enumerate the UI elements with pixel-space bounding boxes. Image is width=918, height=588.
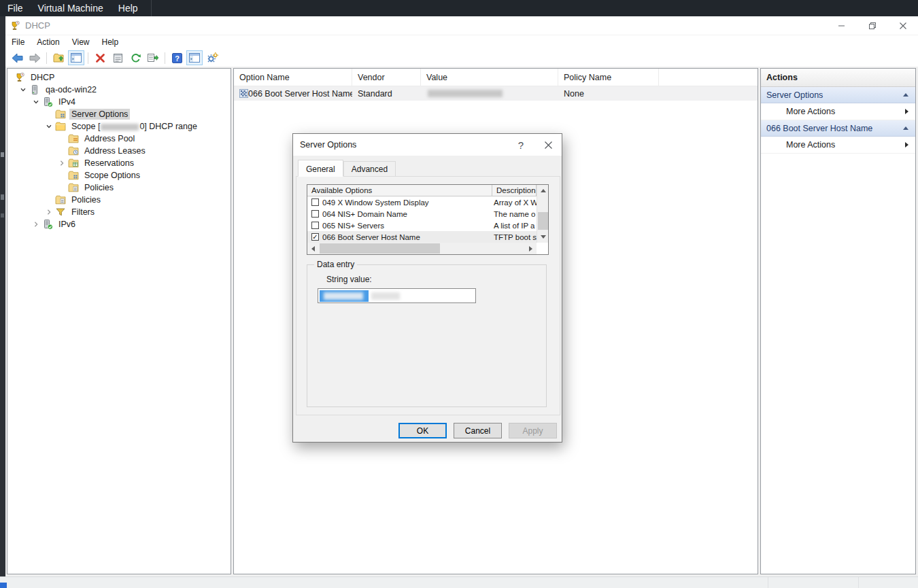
horizontal-scrollbar-thumb[interactable]	[320, 243, 440, 254]
menu-view[interactable]: View	[66, 35, 96, 49]
action-item-more-actions[interactable]: More Actions	[761, 137, 915, 154]
export-list-icon	[148, 53, 158, 63]
option-checkbox[interactable]	[311, 198, 319, 206]
forward-arrow-icon	[29, 53, 41, 63]
policies-icon	[68, 182, 79, 193]
horizontal-scrollbar[interactable]	[307, 243, 537, 254]
console-window-icon	[189, 53, 200, 63]
server-options-dialog: Server Options ? GeneralAdvanced Availab…	[292, 133, 562, 443]
tree-item-policies[interactable]: Policies	[56, 181, 231, 194]
column-header-value[interactable]: Value	[421, 69, 558, 86]
dhcp-trophy-icon	[14, 72, 25, 83]
back-button[interactable]	[9, 50, 25, 65]
option-row[interactable]: 066 Boot Server Host NameStandardNone	[234, 86, 758, 101]
mmc-toolbar: ?	[5, 49, 918, 67]
tree-expander-closed[interactable]	[43, 206, 55, 218]
actions-section-server-options[interactable]: Server Options	[761, 87, 915, 103]
tree-item-address-leases[interactable]: Address Leases	[56, 145, 231, 157]
forward-button[interactable]	[27, 50, 43, 65]
tree-item-reservations[interactable]: Reservations	[56, 157, 231, 169]
tree-expander-closed[interactable]	[30, 218, 42, 230]
option-name-cell: 066 Boot Server Host Name	[234, 86, 352, 101]
delete-button[interactable]	[92, 50, 108, 65]
scroll-down-button[interactable]	[537, 231, 549, 243]
available-options-column-header[interactable]: Available Options	[307, 185, 492, 196]
results-column-headers: Option NameVendorValuePolicy Name	[234, 69, 758, 86]
apply-button[interactable]: Apply	[509, 423, 557, 438]
available-option-row[interactable]: ✓066 Boot Server Host NameTFTP boot s	[307, 231, 537, 243]
vm-menubar: FileVirtual MachineHelp	[0, 0, 918, 16]
string-value-input[interactable]	[318, 288, 476, 303]
redacted-value	[428, 90, 503, 97]
menu-action[interactable]: Action	[31, 35, 65, 49]
column-header-option-name[interactable]: Option Name	[234, 69, 352, 86]
up-one-level-button[interactable]	[50, 50, 67, 65]
vm-menubar-separator	[151, 0, 152, 16]
vm-menu-file[interactable]: File	[0, 0, 31, 16]
cancel-button[interactable]: Cancel	[454, 423, 502, 438]
tree-item-ipv6[interactable]: IPv6	[30, 218, 231, 230]
menu-help[interactable]: Help	[96, 35, 125, 49]
tree-item-server-options[interactable]: Server Options	[43, 108, 231, 120]
ok-button[interactable]: OK	[398, 423, 447, 438]
help-button[interactable]: ?	[169, 50, 185, 65]
action-item-more-actions[interactable]: More Actions	[761, 103, 915, 120]
services-button[interactable]	[204, 50, 220, 65]
available-option-description: A list of IP a	[492, 222, 537, 230]
tree-expander-open[interactable]	[17, 84, 29, 96]
description-column-header[interactable]: Description	[492, 185, 537, 196]
tree-item-scope-options[interactable]: Scope Options	[56, 169, 231, 181]
vm-menu-virtual-machine[interactable]: Virtual Machine	[31, 0, 111, 16]
tab-advanced[interactable]: Advanced	[343, 161, 396, 177]
console-tree-pane: DHCPqa-odc-win22IPv4Server OptionsScope …	[7, 68, 231, 574]
edge-mark	[1, 152, 4, 157]
tree-item-address-pool[interactable]: Address Pool	[56, 133, 231, 145]
show-console-tree-button[interactable]	[68, 50, 84, 65]
tree-item-label: IPv6	[56, 219, 78, 230]
menu-file[interactable]: File	[5, 35, 31, 49]
vm-menu-help[interactable]: Help	[111, 0, 146, 16]
available-option-row[interactable]: 064 NIS+ Domain NameThe name o	[307, 208, 537, 220]
available-option-row[interactable]: 049 X Window System DisplayArray of X W	[307, 196, 537, 208]
vertical-scrollbar-thumb[interactable]	[538, 212, 548, 230]
status-separator	[768, 577, 768, 588]
actions-pane-title: Actions	[761, 69, 915, 87]
tree-expander-open[interactable]	[30, 96, 42, 108]
refresh-button[interactable]	[127, 50, 143, 65]
tree-item-dhcp[interactable]: DHCP	[14, 71, 231, 84]
restore-button[interactable]	[857, 16, 887, 35]
tree-expander-closed[interactable]	[56, 157, 68, 169]
tree-item-scope[interactable]: Scope [0] DHCP range	[43, 120, 231, 133]
dialog-help-button[interactable]: ?	[507, 134, 534, 156]
show-action-pane-button[interactable]	[186, 50, 203, 65]
tree-item-qa-odc-win22[interactable]: qa-odc-win22	[17, 84, 231, 96]
actions-section-066-boot-server-host-name[interactable]: 066 Boot Server Host Name	[761, 120, 915, 137]
scroll-up-button[interactable]	[537, 185, 549, 196]
actions-pane: Actions Server OptionsMore Actions066 Bo…	[760, 68, 916, 574]
column-header-vendor[interactable]: Vendor	[352, 69, 421, 86]
dialog-title: Server Options	[300, 140, 356, 150]
available-option-row[interactable]: 065 NIS+ ServersA list of IP a	[307, 220, 537, 231]
dialog-close-button[interactable]	[534, 134, 562, 156]
option-checkbox[interactable]	[311, 210, 319, 218]
column-header-policy-name[interactable]: Policy Name	[558, 69, 659, 86]
tree-item-filters[interactable]: Filters	[43, 206, 231, 218]
mmc-menubar: FileActionViewHelp	[5, 35, 918, 49]
option-checkbox[interactable]	[311, 222, 319, 229]
close-button[interactable]	[887, 16, 918, 35]
tree-item-policies[interactable]: Policies	[43, 194, 231, 206]
option-checkbox[interactable]: ✓	[311, 233, 319, 241]
scroll-left-button[interactable]	[307, 243, 319, 254]
export-list-button[interactable]	[145, 50, 161, 65]
minimize-button[interactable]	[826, 16, 857, 35]
filters-icon	[55, 207, 66, 218]
vertical-scrollbar[interactable]	[537, 185, 548, 243]
tree-expander-open[interactable]	[43, 120, 55, 133]
tree-item-ipv4[interactable]: IPv4	[30, 96, 231, 108]
properties-button[interactable]	[109, 50, 126, 65]
scroll-right-button[interactable]	[525, 243, 537, 254]
available-options-list: Available OptionsDescription 049 X Windo…	[307, 184, 549, 255]
submenu-arrow-icon	[905, 109, 908, 114]
gears-icon	[207, 52, 218, 63]
tab-general[interactable]: General	[298, 160, 343, 177]
